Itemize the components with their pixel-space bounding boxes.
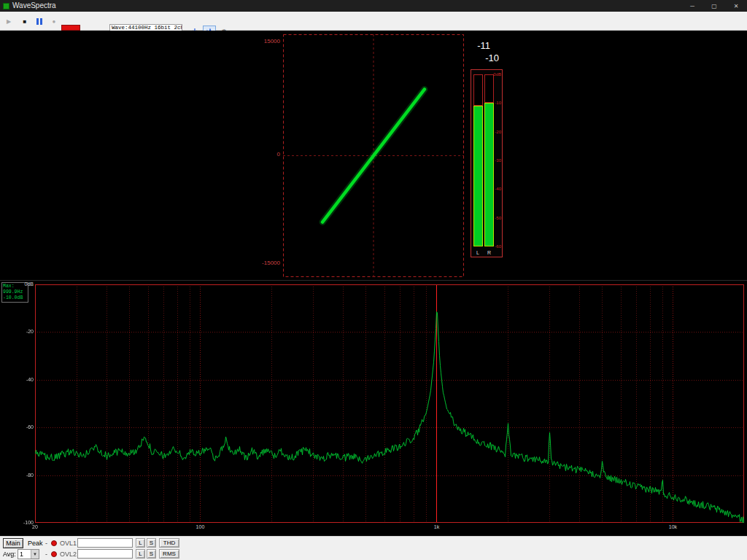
pause-icon xyxy=(36,18,39,25)
thd-button[interactable]: THD xyxy=(159,538,179,548)
meter-channel-label-left: L xyxy=(476,250,479,255)
ovl2-label: OVL2 xyxy=(60,551,77,558)
peak-info-freq: 999.9Hz xyxy=(3,289,27,295)
spectrum-plot xyxy=(35,284,744,523)
avg-label: Avg: xyxy=(3,551,16,558)
spectrum-y-tick: -20 xyxy=(13,329,34,334)
titlebar: WaveSpectra ─ ▢ ✕ xyxy=(0,0,747,12)
ovl2-indicator xyxy=(51,551,57,557)
meter-scale-label: -20 xyxy=(492,130,501,134)
statusbar-row-2: Avg: 1 ▼ - OVL2 L S RMS xyxy=(0,549,747,560)
spectrum-x-tick: 100 xyxy=(191,524,209,529)
meter-scale-label: -30 xyxy=(492,158,501,163)
meter-bar-left xyxy=(473,74,483,246)
ovl2-input[interactable] xyxy=(77,549,133,559)
meter-scale-label: -10 xyxy=(492,101,501,105)
window-title: WaveSpectra xyxy=(12,0,56,12)
toolbar: ▶ ■ ● Wave:44100Hz 16bit 2ch FFT:32768 R… xyxy=(0,12,747,31)
meter-scale-label: -50 xyxy=(492,216,501,220)
meter-fill-right xyxy=(484,103,494,246)
meter-overload-zone xyxy=(484,74,494,103)
s-button-2[interactable]: S xyxy=(147,549,156,559)
statusbar: Main Peak - OVL1 L S THD Avg: 1 ▼ - OVL2… xyxy=(0,536,747,560)
chevron-down-icon[interactable]: ▼ xyxy=(31,550,39,559)
meter-channel-label-right: R xyxy=(487,250,491,255)
l-button-1[interactable]: L xyxy=(136,538,145,548)
close-icon[interactable]: ✕ xyxy=(725,0,747,12)
minimize-icon[interactable]: ─ xyxy=(681,0,703,12)
spectrum-x-tick: 1k xyxy=(427,524,445,529)
play-button[interactable]: ▶ xyxy=(3,15,15,27)
spectrum-y-tick: 0dB xyxy=(13,281,34,287)
meter-scale-label: -40 xyxy=(492,187,501,191)
stop-icon: ■ xyxy=(23,18,27,25)
maximize-icon[interactable]: ▢ xyxy=(703,0,725,12)
meter-scale-label: -60 xyxy=(492,244,501,249)
pause-button[interactable] xyxy=(34,15,45,27)
avg-dropdown[interactable]: 1 ▼ xyxy=(18,549,39,559)
stop-button[interactable]: ■ xyxy=(19,15,31,27)
separator: - xyxy=(45,540,47,547)
spectrum-x-tick: 20 xyxy=(26,524,44,529)
s-button-1[interactable]: S xyxy=(147,538,156,548)
statusbar-row-1: Main Peak - OVL1 L S THD xyxy=(0,538,747,549)
pause-icon xyxy=(40,18,42,25)
meter-overload-zone xyxy=(473,74,483,106)
lissajous-zero-label: 0 xyxy=(248,151,280,158)
spectrum-y-tick: -80 xyxy=(13,472,34,478)
peak-mode-label: Peak xyxy=(28,540,43,547)
record-button[interactable]: ● xyxy=(48,15,60,27)
main-button[interactable]: Main xyxy=(3,538,23,548)
spectrum-y-tick: -40 xyxy=(13,377,34,382)
meter-fill-left xyxy=(473,106,483,246)
peak-info-level: -10.0dB xyxy=(3,295,27,301)
meter-readout-left: -11 xyxy=(471,40,490,51)
overload-indicator xyxy=(61,25,80,31)
l-button-2[interactable]: L xyxy=(136,549,145,559)
level-meter: 0dB-10-20-30-40-50-60 L R xyxy=(471,69,503,257)
lissajous-display xyxy=(283,34,464,277)
lissajous-max-label: 15000 xyxy=(248,38,280,44)
play-icon: ▶ xyxy=(7,18,11,25)
ovl1-indicator xyxy=(51,540,57,546)
rms-button[interactable]: RMS xyxy=(159,549,179,559)
ovl1-label: OVL1 xyxy=(60,540,77,547)
app-icon xyxy=(3,3,9,9)
caption-buttons: ─ ▢ ✕ xyxy=(681,0,747,12)
lissajous-min-label: -15000 xyxy=(248,260,280,266)
ovl1-input[interactable] xyxy=(77,538,133,548)
avg-value: 1 xyxy=(20,551,23,558)
separator: - xyxy=(45,551,47,558)
spectrum-x-tick: 10k xyxy=(664,524,681,529)
pane-splitter[interactable] xyxy=(0,280,747,281)
meter-scale-label: 0dB xyxy=(492,72,501,77)
meter-readout-right: -10 xyxy=(480,52,499,63)
record-icon: ● xyxy=(53,18,56,25)
spectrum-y-tick: -60 xyxy=(13,424,34,429)
